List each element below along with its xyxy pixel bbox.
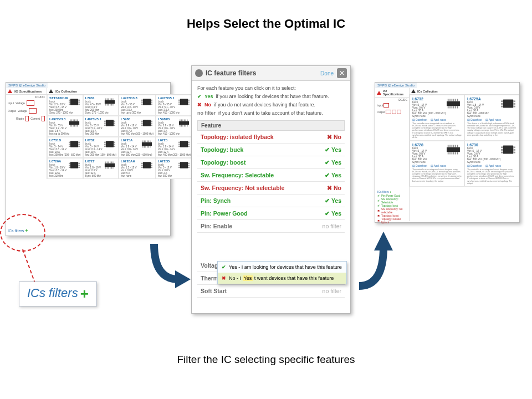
svg-rect-35 [70,125,70,126]
svg-rect-89 [142,146,143,147]
svg-rect-40 [77,125,78,126]
ic-card[interactable]: L6725AbuckVin: 1.8 - 14 VVout: 0.8 VIout… [464,95,519,141]
feature-name: Pin: Synch [201,197,231,204]
svg-rect-70 [183,120,183,121]
check-icon: ✔ [197,94,202,99]
svg-rect-114 [78,167,80,168]
ic-card[interactable]: L6727buckVin: 1.8 - 19 VVout: 0.6 VIout:… [83,158,119,179]
appnotes-link[interactable]: ▤ Appl. notes [431,119,447,121]
ic-card[interactable]: L6728buckVin: 5 - 14 VVout: 0.8 VIout: 3… [410,141,464,187]
popover-option-yes[interactable]: ✔ Yes - I am looking for devices that ha… [218,262,346,273]
input-voltage-field[interactable] [383,103,389,108]
svg-rect-179 [513,146,515,148]
plus-icon: + [390,190,391,193]
svg-rect-65 [184,125,185,126]
ic-card[interactable]: L7981buckVin: 4.5 - 38 VVout: 0.6 Vfsw: … [83,95,119,116]
svg-rect-148 [457,106,458,108]
chip-icon [140,96,154,108]
svg-rect-137 [178,165,180,166]
feature-row[interactable]: Topology: boost✔ Yes [197,156,345,169]
legend-nofilter: no filter if you don't want to take acco… [197,110,345,116]
feature-row[interactable]: Pin: Synch✔ Yes [197,195,345,207]
svg-rect-119 [110,167,110,168]
current-field[interactable] [42,116,45,121]
ripple-field[interactable] [392,110,396,114]
feature-row[interactable]: Sw. Frequency: Not selectable✖ No [197,182,345,195]
svg-rect-140 [188,165,190,166]
svg-rect-160 [513,103,515,105]
datasheet-link[interactable]: ▤ Datasheet [412,165,427,167]
appnotes-link[interactable]: ▤ Appl. notes [431,165,447,167]
input-voltage-field[interactable] [27,100,34,106]
chip-icon [103,96,117,108]
svg-rect-81 [106,141,114,147]
feature-name: Sw. Frequency: Not selectable [201,185,284,191]
ic-card[interactable]: L6725buckVin: 1.8 - 14 VVout: 0.6 - 14 V… [156,137,193,158]
ic-card[interactable]: L6728AHbuckVin: 1.5 - 13 VVout: 0.8 VIou… [119,158,156,179]
ic-card[interactable]: L4973D5.1buckVin: 8 - 55 VVout: 5.1 - 40… [156,95,193,116]
feature-row[interactable]: Pin: Power Good✔ Yes [197,207,345,220]
svg-rect-99 [149,141,149,142]
ic-card[interactable]: L6732buckVin: 5 - 14 VVout: 0.6 VIout: 3… [410,95,464,141]
ic-card[interactable]: L4973V5.1buckVin: 8 - 55 VVout: 5.1 - 40… [83,116,119,137]
svg-rect-38 [74,125,75,126]
feature-row[interactable]: Sw. Frequency: Selectable✔ Yes [197,169,345,182]
svg-rect-123 [107,162,108,163]
svg-rect-173 [455,145,456,147]
feature-row[interactable]: Pin: Enableno filter [197,220,345,233]
ripple-field[interactable] [25,116,29,121]
ic-card[interactable]: L4973D3.3buckVin: 8 - 55 VVout: 3.3 - 40… [119,95,156,116]
ic-card[interactable]: L4972V3.3buckVin: 8 - 55 VVout: 3.3 - 50… [47,116,83,137]
ic-card[interactable]: L5980buckVin: 2.9 - 18 VVout: 0.6 - 18 V… [119,116,156,137]
feature-row[interactable]: Topology: isolated flyback✖ No [197,131,345,144]
svg-rect-113 [78,165,80,166]
ics-collection-header: ICs Collection [47,88,193,95]
svg-rect-106 [188,144,190,145]
svg-rect-28 [178,100,180,101]
legend-item: ✔Sw. Frequency: Selectable [377,198,409,204]
svg-rect-52 [114,122,115,124]
dialog-header: IC feature filters Done ✕ [192,66,350,81]
close-button[interactable]: ✕ [337,68,347,78]
ic-card[interactable]: L6725AbuckVin: 1.8 - 14 VVout: 0.8 - 14 … [119,137,156,158]
current-field[interactable] [397,110,401,114]
ic-card[interactable]: L6731DbuckVin: 5 - 14 VVout: 0.6 - 14 VI… [47,137,83,158]
plus-icon: + [80,285,89,302]
feature-row[interactable]: Topology: buck✔ Yes [197,144,345,156]
svg-rect-4 [78,100,80,101]
svg-rect-101 [180,141,188,147]
chip-icon [177,160,191,171]
svg-rect-54 [143,120,151,126]
done-button[interactable]: Done [320,70,334,76]
datasheet-link[interactable]: ▤ Datasheet [412,119,427,121]
ic-card[interactable]: L6728DbuckVin: 5 - 13 VVout: 0.8 VIout: … [156,158,193,179]
ic-card[interactable]: L6726AbuckVin: 1.8 - 19 VVout: 0.6 - 14 … [47,158,83,179]
appnotes-link[interactable]: ▤ Appl. notes [485,119,502,121]
ic-card[interactable]: L6730buckVin: 5 - 14 VVout: 0.6 VIout: 3… [464,141,519,187]
datasheet-link[interactable]: ▤ Datasheet [467,119,482,121]
svg-rect-43 [73,120,73,121]
chip-icon [67,117,81,129]
svg-rect-91 [145,146,146,147]
svg-rect-82 [104,142,106,143]
output-voltage-field[interactable] [386,110,391,114]
output-voltage-field[interactable] [29,108,37,114]
popover-option-no[interactable]: ✖ No - I Yes t want devices that have th… [218,273,346,284]
svg-rect-11 [110,104,110,105]
svg-rect-30 [178,104,180,105]
ic-card[interactable]: L6732buckVin: 5 - 14 VVout: 0.6 - 14 VIo… [83,137,119,158]
appnotes-link[interactable]: ▤ Appl. notes [485,165,502,167]
chip-icon [103,160,117,171]
svg-rect-27 [180,99,188,105]
svg-rect-92 [147,146,147,147]
svg-rect-133 [151,165,152,166]
feature-row[interactable]: Soft Startno filter [197,285,345,298]
ic-card[interactable]: ST1S10PURbuckVin: 2.5 - 18 VVout: 0.8 - … [47,95,83,116]
svg-rect-102 [178,142,180,143]
panel-ic-collection-after: SMPS @ eDesign Studio I/O Specifications… [375,82,520,223]
arrow-center-to-right [352,225,400,291]
ic-card[interactable]: L5987DbuckVin: 2.9 - 18 VVout: 0.6 - 18 … [156,116,193,137]
svg-rect-44 [74,120,75,121]
datasheet-link[interactable]: ▤ Datasheet [467,165,482,167]
svg-rect-97 [145,141,146,142]
